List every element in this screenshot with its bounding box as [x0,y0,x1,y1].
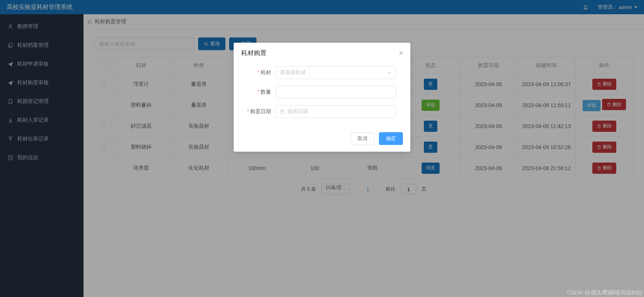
label-shuliang: *数量 [241,89,276,96]
modal-overlay: 耗材购置 × *耗材 请选择耗材 *数量 *购置日期 选择日期 [0,0,644,297]
svg-rect-8 [280,110,284,113]
label-riqi: *购置日期 [241,108,276,115]
purchase-dialog: 耗材购置 × *耗材 请选择耗材 *数量 *购置日期 选择日期 [234,43,410,152]
ok-button[interactable]: 确定 [379,132,403,145]
datepicker-riqi[interactable]: 选择日期 [276,105,396,118]
dialog-header: 耗材购置 × [234,43,410,59]
form-row-riqi: *购置日期 选择日期 [241,105,396,118]
cancel-button[interactable]: 取消 [350,132,374,145]
dialog-footer: 取消 确定 [234,128,410,152]
input-shuliang[interactable] [276,86,396,99]
chevron-down-icon [387,70,392,75]
calendar-icon [280,109,285,114]
dialog-body: *耗材 请选择耗材 *数量 *购置日期 选择日期 [234,59,410,128]
close-icon[interactable]: × [399,50,403,57]
form-row-haocai: *耗材 请选择耗材 [241,66,396,79]
form-row-shuliang: *数量 [241,86,396,99]
label-haocai: *耗材 [241,69,276,76]
select-haocai[interactable]: 请选择耗材 [276,66,396,79]
dialog-title: 耗材购置 [241,49,267,57]
